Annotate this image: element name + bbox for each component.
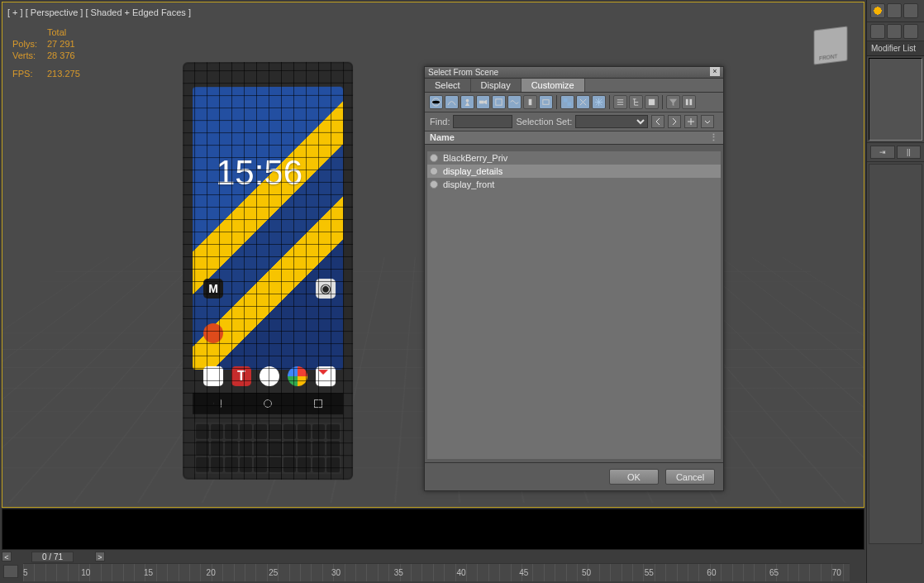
app-drawer-icon [260, 366, 279, 386]
svg-point-1 [432, 101, 440, 104]
dialog-tabs: Select Display Customize [425, 79, 723, 93]
column-resize-icon[interactable]: ⋮ [709, 132, 718, 143]
trackbar-background [2, 509, 864, 550]
scroll-right-button[interactable]: > [95, 552, 105, 561]
subtab-2-icon[interactable] [887, 24, 902, 39]
app-gmail-icon [316, 366, 336, 386]
app-podcast-icon [203, 323, 223, 343]
time-slider-ticks: 51015 202530 354045 505560 6570 [23, 568, 850, 577]
svg-rect-9 [649, 99, 655, 105]
dialog-footer: OK Cancel [425, 462, 723, 490]
svg-rect-10 [686, 99, 688, 105]
tab-customize[interactable]: Customize [522, 79, 585, 92]
geometry-icon [430, 154, 438, 162]
curve-editor-icon[interactable] [3, 565, 18, 578]
pin-stack-button[interactable]: ⇥ [870, 146, 895, 159]
dialog-find-row: Find: Selection Set: [425, 112, 723, 131]
selection-set-dropdown[interactable] [575, 115, 648, 128]
filter-bone-icon[interactable] [523, 95, 537, 109]
view-tree-icon[interactable] [629, 95, 643, 109]
geometry-icon [430, 167, 438, 175]
list-item-label: display_front [443, 179, 494, 189]
close-icon[interactable]: × [710, 67, 720, 76]
filter-xref-icon[interactable] [576, 95, 590, 109]
selection-set-label: Selection Set: [516, 117, 572, 127]
scene-stats: .Total Polys:27 291 Verts:28 376 FPS:213… [12, 27, 80, 80]
list-header[interactable]: Name ⋮ [425, 131, 723, 145]
ok-button[interactable]: OK [609, 469, 659, 485]
phone-model[interactable]: 15:56 M ◉ T [183, 62, 353, 480]
command-panel-tabs [867, 0, 924, 22]
selset-prev-icon[interactable] [651, 115, 664, 128]
subtab-3-icon[interactable] [903, 24, 918, 39]
subtab-1-icon[interactable] [870, 24, 885, 39]
perspective-viewport[interactable]: [ + ] [ Perspective ] [ Shaded + Edged F… [2, 2, 864, 508]
app-hub-icon [203, 366, 223, 386]
list-item[interactable]: display_front [427, 178, 721, 191]
filter-shape-icon[interactable] [445, 95, 459, 109]
object-list[interactable]: BlackBerry_Priv display_details display_… [427, 151, 721, 459]
filter-camera-icon[interactable] [476, 95, 490, 109]
create-tab-icon[interactable] [870, 3, 885, 18]
viewcube[interactable] [814, 26, 848, 65]
frame-counter[interactable]: 0 / 71 [31, 552, 74, 562]
dialog-title: Select From Scene [428, 67, 498, 78]
scroll-left-button[interactable]: < [2, 552, 12, 561]
find-input[interactable] [453, 115, 512, 128]
modify-tab-icon[interactable] [887, 3, 902, 18]
filter-light-icon[interactable] [460, 95, 474, 109]
phone-clock: 15:56 [216, 153, 302, 193]
nav-back-icon [213, 399, 221, 408]
app-t-icon: T [231, 366, 251, 386]
filter-group-icon[interactable] [560, 95, 574, 109]
filter-geometry-icon[interactable] [429, 95, 443, 109]
svg-rect-6 [543, 100, 549, 105]
list-item-label: BlackBerry_Priv [443, 153, 507, 163]
parameters-rollout[interactable] [869, 164, 922, 544]
modifier-stack[interactable] [869, 58, 922, 141]
tab-select[interactable]: Select [425, 79, 471, 92]
list-item[interactable]: display_details [427, 165, 721, 178]
phone-app-row-2 [199, 323, 340, 343]
svg-rect-11 [689, 99, 692, 105]
app-camera-icon: ◉ [316, 279, 336, 299]
phone-navbar [193, 393, 343, 414]
hierarchy-tab-icon[interactable] [903, 3, 918, 18]
filter-frozen-icon[interactable] [592, 95, 606, 109]
svg-rect-4 [496, 99, 502, 105]
modifier-list-label[interactable]: Modifier List [867, 41, 924, 56]
filter-container-icon[interactable] [539, 95, 553, 109]
command-panel-subtabs [867, 22, 924, 41]
view-flat-icon[interactable] [645, 95, 659, 109]
nav-home-icon [264, 399, 272, 408]
selset-next-icon[interactable] [668, 115, 681, 128]
svg-rect-8 [568, 103, 572, 107]
phone-keyboard [194, 423, 341, 474]
filter-helper-icon[interactable] [492, 95, 506, 109]
list-item[interactable]: BlackBerry_Priv [427, 151, 721, 165]
svg-rect-5 [529, 99, 532, 105]
svg-rect-7 [564, 98, 568, 103]
app-m-icon: M [203, 279, 223, 299]
command-panel: Modifier List ⇥ || [866, 0, 924, 583]
filter-funnel-icon[interactable] [666, 95, 680, 109]
tab-display[interactable]: Display [471, 79, 522, 92]
svg-rect-3 [479, 101, 484, 104]
app-chrome-icon [288, 366, 307, 386]
selset-add-icon[interactable] [684, 115, 698, 128]
svg-point-2 [466, 99, 469, 103]
selset-menu-icon[interactable] [701, 115, 714, 128]
viewport-label[interactable]: [ + ] [ Perspective ] [ Shaded + Edged F… [7, 7, 191, 17]
phone-dock-row: T [199, 366, 340, 386]
column-name: Name [430, 132, 455, 143]
view-list-icon[interactable] [613, 95, 627, 109]
filter-spacewarp-icon[interactable] [507, 95, 522, 109]
list-item-label: display_details [443, 166, 502, 176]
configure-sets-button[interactable]: || [897, 146, 922, 159]
phone-app-row-1: M ◉ [199, 279, 340, 299]
cancel-button[interactable]: Cancel [665, 469, 715, 485]
dialog-titlebar[interactable]: Select From Scene × [425, 67, 723, 79]
select-from-scene-dialog: Select From Scene × Select Display Custo… [424, 66, 724, 491]
columns-icon[interactable] [682, 95, 696, 109]
dialog-filter-toolbar [425, 93, 723, 112]
